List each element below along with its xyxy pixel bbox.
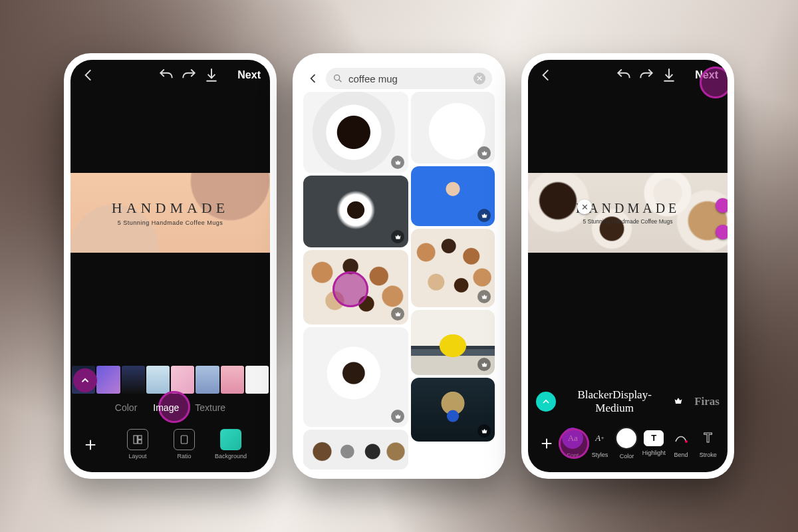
design-canvas[interactable]: HANDMADE 5 Stunning Handmade Coffee Mugs… (528, 173, 728, 253)
phone-text-editor: Next HANDMADE 5 Stunning Handmade Coffee… (521, 53, 734, 479)
premium-icon (477, 358, 491, 371)
next-font-name[interactable]: Firas (694, 395, 720, 408)
banner-title: HANDMADE (112, 200, 229, 217)
add-button[interactable]: ＋ (80, 434, 101, 455)
svg-point-4 (334, 75, 340, 80)
current-font-name[interactable]: BlackerDisplay-Medium (565, 388, 664, 415)
image-result[interactable] (303, 327, 408, 427)
tool-bend[interactable]: Bend (670, 428, 693, 458)
search-value: coffee mug (348, 73, 398, 84)
tool-label: Styles (592, 452, 608, 458)
bg-thumb[interactable] (245, 366, 269, 394)
toolbar: ＋ Layout Ratio Background (70, 423, 270, 466)
image-result[interactable] (411, 229, 495, 307)
tool-label: Stroke (700, 452, 717, 458)
image-result[interactable] (411, 310, 495, 375)
phone-image-picker: coffee mug ✕ (293, 53, 505, 479)
premium-icon (477, 146, 491, 160)
premium-icon (391, 230, 404, 243)
tool-styles[interactable]: A+Styles (589, 428, 612, 458)
bg-thumb[interactable] (122, 366, 145, 394)
banner-artwork: HANDMADE 5 Stunning Handmade Coffee Mugs (70, 173, 270, 253)
svg-rect-1 (138, 436, 142, 439)
search-icon (332, 73, 343, 84)
undo-icon[interactable] (615, 66, 632, 84)
tool-label: Layout (128, 453, 146, 460)
topbar: Next (528, 60, 728, 90)
svg-point-5 (685, 440, 688, 443)
svg-rect-3 (181, 436, 187, 444)
svg-rect-0 (134, 436, 137, 444)
topbar: Next (70, 60, 270, 90)
back-icon[interactable] (537, 66, 555, 84)
bg-thumb[interactable] (221, 366, 244, 394)
rotate-handle[interactable] (716, 198, 728, 213)
tool-color[interactable]: Color (615, 427, 638, 460)
premium-icon (391, 156, 404, 169)
image-result[interactable] (411, 166, 495, 226)
banner-subtitle: 5 Stunning Handmade Coffee Mugs (583, 218, 673, 225)
tool-label: Ratio (177, 453, 191, 460)
tool-font[interactable]: AaFont (561, 428, 585, 459)
bg-thumb[interactable] (146, 366, 170, 394)
premium-icon (673, 396, 685, 408)
collapse-strip-button[interactable] (73, 368, 97, 392)
premium-icon (477, 424, 491, 438)
deselect-icon[interactable]: ✕ (577, 200, 592, 214)
tool-label: Color (620, 453, 634, 460)
search-input[interactable]: coffee mug ✕ (326, 68, 492, 89)
bg-thumb[interactable] (171, 366, 194, 394)
download-icon[interactable] (660, 66, 678, 84)
text-toolbar: ＋ AaFont A+Styles Color THighlight Bend … (528, 419, 728, 467)
phone-editor: Next HANDMADE 5 Stunning Handmade Coffee… (64, 53, 277, 479)
bg-thumb[interactable] (96, 366, 120, 394)
premium-icon (477, 209, 491, 222)
stage: Next HANDMADE 5 Stunning Handmade Coffee… (0, 0, 798, 532)
image-results-grid (303, 92, 495, 472)
tab-image[interactable]: Image (153, 402, 179, 413)
font-picker-bar: BlackerDisplay-Medium Firas (528, 388, 728, 415)
banner-subtitle: 5 Stunning Handmade Coffee Mugs (118, 219, 223, 226)
tool-ratio[interactable]: Ratio (164, 429, 204, 460)
image-result[interactable] (303, 250, 408, 325)
next-button[interactable]: Next (237, 69, 261, 81)
tool-layout[interactable]: Layout (118, 429, 158, 460)
tool-label: Highlight (642, 450, 666, 456)
background-thumbnail-strip[interactable] (70, 366, 270, 394)
undo-icon[interactable] (158, 66, 175, 84)
premium-icon (391, 307, 404, 321)
image-result[interactable] (303, 92, 408, 173)
redo-icon[interactable] (638, 66, 655, 84)
tab-color[interactable]: Color (115, 402, 137, 413)
download-icon[interactable] (203, 66, 220, 84)
next-button[interactable]: Next (695, 69, 718, 81)
back-icon[interactable] (80, 66, 97, 84)
bg-thumb[interactable] (196, 366, 219, 394)
back-icon[interactable] (306, 72, 321, 85)
collapse-button[interactable] (536, 392, 556, 412)
tool-highlight[interactable]: THighlight (642, 430, 666, 456)
add-button[interactable]: ＋ (536, 432, 557, 454)
tool-stroke[interactable]: TStroke (696, 428, 720, 458)
tool-background[interactable]: Background (211, 429, 251, 460)
tab-texture[interactable]: Texture (195, 402, 225, 413)
tool-label: Font (567, 452, 579, 459)
image-result[interactable] (303, 176, 408, 247)
tool-label: Bend (674, 452, 688, 458)
redo-icon[interactable] (180, 66, 198, 84)
premium-icon (477, 290, 491, 303)
scale-handle[interactable] (716, 225, 728, 239)
clear-icon[interactable]: ✕ (473, 72, 485, 84)
background-mode-tabs: Color Image Texture (70, 398, 270, 418)
premium-icon (391, 410, 404, 423)
image-result[interactable] (411, 92, 495, 164)
tool-label: Background (215, 453, 247, 460)
svg-rect-2 (138, 440, 142, 444)
image-result[interactable] (411, 378, 495, 442)
image-result[interactable] (303, 430, 408, 469)
design-canvas[interactable]: HANDMADE 5 Stunning Handmade Coffee Mugs (70, 173, 270, 253)
